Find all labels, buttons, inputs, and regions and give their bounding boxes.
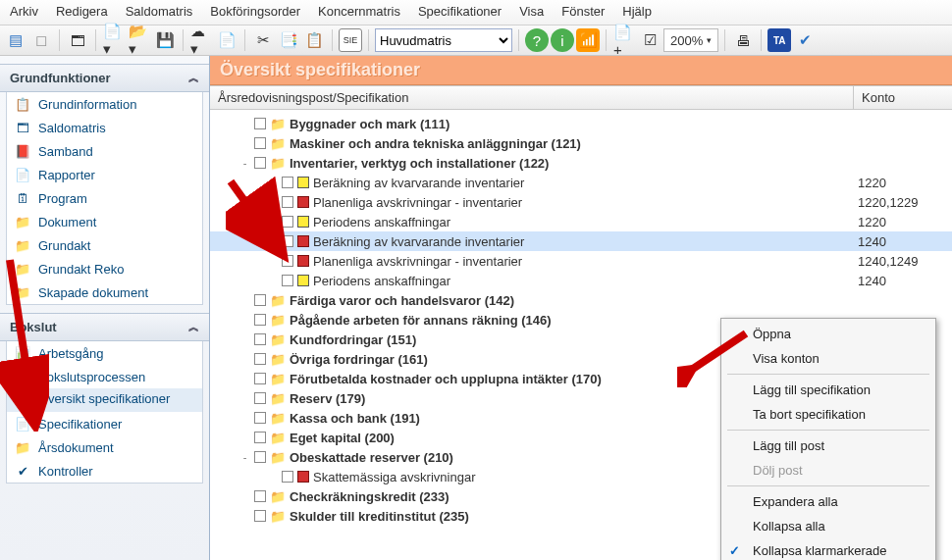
tree-checkbox[interactable] (254, 451, 266, 463)
tree-checkbox[interactable] (282, 275, 293, 286)
folder-icon: 📁 (270, 313, 286, 328)
toolbar-sep (606, 29, 607, 51)
toolbar-sie-icon[interactable]: SIE (339, 28, 362, 52)
menu-hjalp[interactable]: Hjälp (622, 4, 652, 19)
tree-checkbox[interactable] (254, 314, 266, 326)
toolbar-adddoc-icon[interactable]: 📄+ (612, 28, 636, 52)
toolbar-zoom[interactable]: 200% ▾ (663, 28, 718, 52)
toolbar-new-icon[interactable]: 📄▾ (102, 28, 126, 52)
folder-icon: 📁 (270, 450, 286, 465)
toolbar-layout-icon[interactable]: ▤ (4, 28, 27, 52)
tree-checkbox[interactable] (254, 157, 266, 169)
menu-specifikationer[interactable]: Specifikationer (418, 4, 502, 19)
context-menu-item[interactable]: Lägg till post (721, 433, 935, 458)
sidebar-item-grund-6[interactable]: 📁Grundakt (7, 233, 202, 257)
tree-checkbox[interactable] (282, 471, 293, 483)
tree-checkbox[interactable] (282, 235, 293, 247)
sidebar-item-grund-7[interactable]: 📁Grundakt Reko (7, 257, 202, 280)
sidebar-item-label: Samband (38, 144, 93, 159)
tree-row[interactable]: Periodens anskaffningar1220 (210, 212, 952, 231)
menu-redigera[interactable]: Redigera (56, 4, 108, 19)
status-yellow-icon (297, 216, 309, 228)
toolbar-info-icon[interactable]: i (551, 28, 574, 52)
tree-row[interactable]: Planenliga avskrivningar - inventarier12… (210, 192, 952, 212)
context-menu-label: Lägg till post (753, 438, 824, 453)
tree-row[interactable]: -📁Inventarier, verktyg och installatione… (210, 153, 952, 173)
context-menu-item[interactable]: Visa konton (721, 346, 935, 371)
col-header-spec[interactable]: Årsredovisningspost/Specifikation (210, 86, 854, 109)
toolbar-grey-icon[interactable]: ◻ (29, 28, 53, 52)
tree-checkbox[interactable] (254, 392, 266, 404)
tree-checkbox[interactable] (254, 333, 266, 345)
sidebar-item-bokslut-0[interactable]: 📊Arbetsgång (7, 341, 202, 365)
menu-saldomatris[interactable]: Saldomatris (126, 4, 193, 19)
toolbar-apps-icon[interactable]: 🗔 (66, 28, 89, 52)
sidebar-item-grund-2[interactable]: 📕Samband (7, 139, 202, 163)
tree-checkbox[interactable] (254, 510, 266, 522)
tree-checkbox[interactable] (282, 196, 293, 208)
tree-checkbox[interactable] (254, 137, 266, 149)
toolbar-cut-icon[interactable]: ✂ (251, 28, 275, 52)
sidebar-item-bokslut-2[interactable]: 📋Översikt specifikationer (7, 388, 202, 412)
context-menu-item[interactable]: Expandera alla (721, 489, 935, 514)
tree-checkbox[interactable] (282, 216, 293, 228)
tree-toggle-icon[interactable]: - (239, 451, 250, 463)
menu-fonster[interactable]: Fönster (561, 4, 605, 19)
sidebar-item-bokslut-5[interactable]: ✔Kontroller (7, 459, 202, 483)
tree-row[interactable]: Planenliga avskrivningar - inventarier12… (210, 251, 952, 271)
tree-row[interactable]: 📁Färdiga varor och handelsvaror (142) (210, 290, 952, 310)
sidebar-panel-head-grund[interactable]: Grundfunktioner ︽ (0, 64, 209, 92)
sidebar-item-grund-8[interactable]: 📁Skapade dokument (7, 280, 202, 304)
tree-row[interactable]: 📁Byggnader och mark (111) (210, 114, 952, 133)
toolbar-save-icon[interactable]: 💾 (153, 28, 177, 52)
toolbar-cloud-icon[interactable]: ☁▾ (189, 28, 213, 52)
toolbar-help-icon[interactable]: ? (525, 28, 549, 52)
sidebar-item-grund-3[interactable]: 📄Rapporter (7, 163, 202, 186)
tree-row[interactable]: Periodens anskaffningar1240 (210, 271, 952, 290)
context-menu-item[interactable]: Kollapsa alla (721, 514, 935, 538)
toolbar-check-icon[interactable]: ✔ (793, 28, 817, 52)
context-menu-item[interactable]: Ta bort specifikation (721, 402, 935, 427)
toolbar-matrix-select[interactable]: Huvudmatris (375, 28, 512, 52)
context-menu-item: Dölj post (721, 458, 935, 483)
toolbar-copy-icon[interactable]: 📑 (277, 28, 300, 52)
tree-row[interactable]: 📁Maskiner och andra tekniska anläggninga… (210, 133, 952, 153)
tree-checkbox[interactable] (254, 432, 266, 443)
context-menu-item[interactable]: Öppna (721, 322, 935, 346)
menu-koncernmatris[interactable]: Koncernmatris (318, 4, 400, 19)
sidebar-item-grund-4[interactable]: 🗓Program (7, 186, 202, 210)
menu-visa[interactable]: Visa (519, 4, 544, 19)
tree-checkbox[interactable] (254, 294, 266, 306)
tree-checkbox[interactable] (254, 373, 266, 384)
sidebar-item-bokslut-1[interactable]: ⚙Bokslutsprocessen (7, 365, 202, 388)
tree-checkbox[interactable] (254, 412, 266, 424)
sidebar-item-icon: 📄 (15, 167, 30, 182)
menu-bokforingsorder[interactable]: Bokföringsorder (210, 4, 300, 19)
toolbar-doc-icon[interactable]: 📄 (215, 28, 238, 52)
sidebar-item-grund-0[interactable]: 📋Grundinformation (7, 92, 202, 116)
sidebar-item-grund-1[interactable]: 🗔Saldomatris (7, 116, 202, 139)
toolbar-print-icon[interactable]: 🖶 (731, 28, 755, 52)
sidebar-item-bokslut-4[interactable]: 📁Årsdokument (7, 435, 202, 459)
toolbar-rss-icon[interactable]: 📶 (576, 28, 600, 52)
tree-checkbox[interactable] (254, 353, 266, 365)
tree-toggle-icon[interactable]: - (239, 157, 250, 169)
toolbar-paste-icon[interactable]: 📋 (302, 28, 326, 52)
toolbar-checklist-icon[interactable]: ☑ (638, 28, 661, 52)
sidebar-item-grund-5[interactable]: 📁Dokument (7, 210, 202, 233)
sidebar-item-bokslut-3[interactable]: 📄Specifikationer (7, 412, 202, 435)
menu-arkiv[interactable]: Arkiv (10, 4, 38, 19)
tree-row[interactable]: Beräkning av kvarvarande inventarier1220 (210, 173, 952, 192)
tree-checkbox[interactable] (254, 118, 266, 129)
sidebar-item-icon: 📁 (15, 214, 30, 229)
toolbar-ta-icon[interactable]: TA (767, 28, 791, 52)
tree-checkbox[interactable] (254, 490, 266, 502)
context-menu-item[interactable]: Lägg till specifikation (721, 378, 935, 402)
context-menu-item[interactable]: ✓Kollapsa klarmarkerade poster (721, 538, 935, 560)
sidebar-panel-head-bokslut[interactable]: Bokslut ︽ (0, 313, 209, 341)
toolbar-open-icon[interactable]: 📂▾ (128, 28, 151, 52)
tree-row[interactable]: Beräkning av kvarvarande inventarier1240 (210, 231, 952, 251)
tree-checkbox[interactable] (282, 177, 293, 188)
col-header-konto[interactable]: Konto (854, 86, 952, 109)
tree-checkbox[interactable] (282, 255, 293, 267)
